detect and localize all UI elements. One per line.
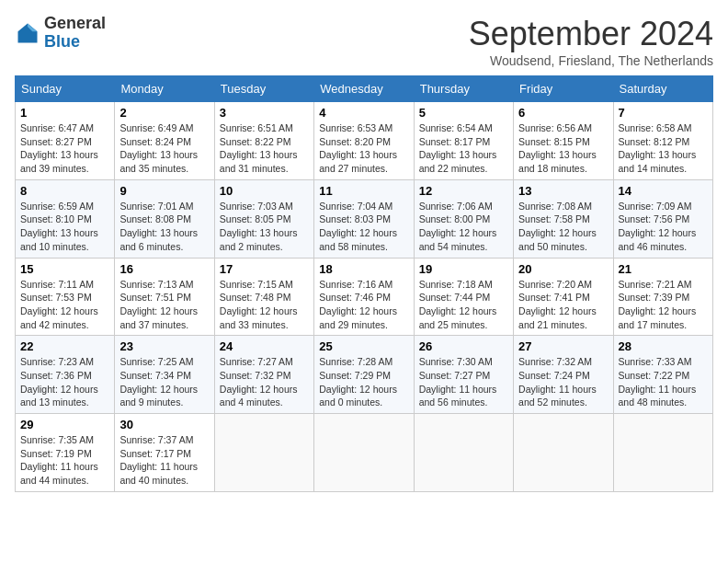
calendar-cell: 30 Sunrise: 7:37 AM Sunset: 7:17 PM Dayl… — [115, 414, 214, 492]
calendar-cell: 18 Sunrise: 7:16 AM Sunset: 7:46 PM Dayl… — [314, 258, 414, 336]
calendar-cell: 17 Sunrise: 7:15 AM Sunset: 7:48 PM Dayl… — [214, 258, 313, 336]
calendar-cell: 3 Sunrise: 6:51 AM Sunset: 8:22 PM Dayli… — [214, 102, 313, 180]
day-number: 5 — [419, 106, 508, 120]
calendar-cell: 7 Sunrise: 6:58 AM Sunset: 8:12 PM Dayli… — [613, 102, 712, 180]
day-number: 22 — [20, 339, 109, 353]
logo-general-text: General — [44, 14, 106, 32]
calendar-cell: 21 Sunrise: 7:21 AM Sunset: 7:39 PM Dayl… — [613, 258, 712, 336]
calendar-cell: 9 Sunrise: 7:01 AM Sunset: 8:08 PM Dayli… — [115, 179, 214, 258]
day-info: Sunrise: 7:20 AM Sunset: 7:41 PM Dayligh… — [518, 278, 608, 332]
day-info: Sunrise: 7:25 AM Sunset: 7:34 PM Dayligh… — [119, 355, 209, 409]
day-info: Sunrise: 7:06 AM Sunset: 8:00 PM Dayligh… — [419, 200, 508, 254]
calendar-cell — [613, 414, 712, 492]
day-info: Sunrise: 7:37 AM Sunset: 7:17 PM Dayligh… — [119, 433, 209, 488]
day-number: 30 — [119, 418, 209, 431]
calendar-cell: 14 Sunrise: 7:09 AM Sunset: 7:56 PM Dayl… — [613, 179, 712, 258]
weekday-header: Monday — [115, 76, 214, 102]
calendar-cell: 20 Sunrise: 7:20 AM Sunset: 7:41 PM Dayl… — [514, 258, 613, 336]
calendar-cell: 11 Sunrise: 7:04 AM Sunset: 8:03 PM Dayl… — [314, 179, 414, 258]
weekday-header-row: SundayMondayTuesdayWednesdayThursdayFrid… — [16, 76, 713, 102]
calendar-week-row: 29 Sunrise: 7:35 AM Sunset: 7:19 PM Dayl… — [16, 414, 713, 492]
calendar-cell: 8 Sunrise: 6:59 AM Sunset: 8:10 PM Dayli… — [16, 179, 115, 258]
day-info: Sunrise: 7:01 AM Sunset: 8:08 PM Dayligh… — [119, 200, 209, 254]
day-info: Sunrise: 7:23 AM Sunset: 7:36 PM Dayligh… — [20, 355, 109, 409]
day-number: 4 — [319, 106, 408, 120]
day-info: Sunrise: 7:32 AM Sunset: 7:24 PM Dayligh… — [518, 355, 608, 409]
day-info: Sunrise: 6:58 AM Sunset: 8:12 PM Dayligh… — [619, 121, 708, 176]
day-number: 18 — [319, 262, 408, 276]
day-number: 2 — [119, 106, 209, 120]
logo: General Blue — [15, 15, 106, 52]
day-info: Sunrise: 7:28 AM Sunset: 7:29 PM Dayligh… — [319, 355, 408, 409]
day-number: 12 — [419, 184, 508, 198]
day-info: Sunrise: 7:16 AM Sunset: 7:46 PM Dayligh… — [319, 278, 408, 332]
calendar-cell: 25 Sunrise: 7:28 AM Sunset: 7:29 PM Dayl… — [314, 336, 414, 414]
page-header: General Blue September 2024 Woudsend, Fr… — [15, 15, 713, 68]
day-info: Sunrise: 7:33 AM Sunset: 7:22 PM Dayligh… — [619, 355, 708, 409]
day-number: 29 — [20, 418, 109, 431]
calendar-cell: 15 Sunrise: 7:11 AM Sunset: 7:53 PM Dayl… — [16, 258, 115, 336]
day-number: 15 — [20, 262, 109, 276]
day-info: Sunrise: 7:03 AM Sunset: 8:05 PM Dayligh… — [220, 200, 309, 254]
day-number: 11 — [319, 184, 408, 198]
calendar-cell — [314, 414, 414, 492]
day-info: Sunrise: 6:59 AM Sunset: 8:10 PM Dayligh… — [20, 200, 109, 254]
day-number: 19 — [419, 262, 508, 276]
calendar-cell: 28 Sunrise: 7:33 AM Sunset: 7:22 PM Dayl… — [613, 336, 712, 414]
day-info: Sunrise: 6:49 AM Sunset: 8:24 PM Dayligh… — [119, 121, 209, 176]
day-number: 28 — [619, 339, 708, 353]
day-info: Sunrise: 6:56 AM Sunset: 8:15 PM Dayligh… — [518, 121, 608, 176]
day-info: Sunrise: 6:47 AM Sunset: 8:27 PM Dayligh… — [20, 121, 109, 176]
day-info: Sunrise: 7:13 AM Sunset: 7:51 PM Dayligh… — [119, 278, 209, 332]
calendar-cell: 12 Sunrise: 7:06 AM Sunset: 8:00 PM Dayl… — [414, 179, 513, 258]
calendar-cell: 5 Sunrise: 6:54 AM Sunset: 8:17 PM Dayli… — [414, 102, 513, 180]
calendar-cell: 4 Sunrise: 6:53 AM Sunset: 8:20 PM Dayli… — [314, 102, 414, 180]
day-number: 25 — [319, 339, 408, 353]
day-info: Sunrise: 7:08 AM Sunset: 7:58 PM Dayligh… — [518, 200, 608, 254]
day-info: Sunrise: 7:27 AM Sunset: 7:32 PM Dayligh… — [220, 355, 309, 409]
day-number: 20 — [518, 262, 608, 276]
calendar-week-row: 22 Sunrise: 7:23 AM Sunset: 7:36 PM Dayl… — [16, 336, 713, 414]
calendar-cell: 10 Sunrise: 7:03 AM Sunset: 8:05 PM Dayl… — [214, 179, 313, 258]
day-info: Sunrise: 7:09 AM Sunset: 7:56 PM Dayligh… — [619, 200, 708, 254]
calendar-week-row: 15 Sunrise: 7:11 AM Sunset: 7:53 PM Dayl… — [16, 258, 713, 336]
day-number: 17 — [220, 262, 309, 276]
day-info: Sunrise: 6:51 AM Sunset: 8:22 PM Dayligh… — [220, 121, 309, 176]
day-number: 1 — [20, 106, 109, 120]
day-info: Sunrise: 7:35 AM Sunset: 7:19 PM Dayligh… — [20, 433, 109, 488]
day-number: 10 — [220, 184, 309, 198]
calendar-cell — [214, 414, 313, 492]
weekday-header: Tuesday — [214, 76, 313, 102]
day-info: Sunrise: 6:54 AM Sunset: 8:17 PM Dayligh… — [419, 121, 508, 176]
calendar-cell: 26 Sunrise: 7:30 AM Sunset: 7:27 PM Dayl… — [414, 336, 513, 414]
calendar-cell: 6 Sunrise: 6:56 AM Sunset: 8:15 PM Dayli… — [514, 102, 613, 180]
day-number: 8 — [20, 184, 109, 198]
calendar-cell — [414, 414, 513, 492]
calendar-table: SundayMondayTuesdayWednesdayThursdayFrid… — [15, 75, 713, 492]
logo-icon — [15, 20, 40, 46]
calendar-cell: 24 Sunrise: 7:27 AM Sunset: 7:32 PM Dayl… — [214, 336, 313, 414]
day-number: 16 — [119, 262, 209, 276]
calendar-week-row: 1 Sunrise: 6:47 AM Sunset: 8:27 PM Dayli… — [16, 102, 713, 180]
calendar-week-row: 8 Sunrise: 6:59 AM Sunset: 8:10 PM Dayli… — [16, 179, 713, 258]
weekday-header: Friday — [514, 76, 613, 102]
day-number: 21 — [619, 262, 708, 276]
day-number: 14 — [619, 184, 708, 198]
day-info: Sunrise: 7:04 AM Sunset: 8:03 PM Dayligh… — [319, 200, 408, 254]
day-info: Sunrise: 6:53 AM Sunset: 8:20 PM Dayligh… — [319, 121, 408, 176]
calendar-cell: 23 Sunrise: 7:25 AM Sunset: 7:34 PM Dayl… — [115, 336, 214, 414]
day-number: 23 — [119, 339, 209, 353]
day-info: Sunrise: 7:30 AM Sunset: 7:27 PM Dayligh… — [419, 355, 508, 409]
title-block: September 2024 Woudsend, Friesland, The … — [469, 15, 713, 68]
calendar-cell: 2 Sunrise: 6:49 AM Sunset: 8:24 PM Dayli… — [115, 102, 214, 180]
day-number: 9 — [119, 184, 209, 198]
weekday-header: Wednesday — [314, 76, 414, 102]
day-number: 6 — [518, 106, 608, 120]
month-title: September 2024 — [469, 15, 713, 53]
day-number: 13 — [518, 184, 608, 198]
day-number: 26 — [419, 339, 508, 353]
day-number: 3 — [220, 106, 309, 120]
day-info: Sunrise: 7:18 AM Sunset: 7:44 PM Dayligh… — [419, 278, 508, 332]
calendar-cell: 13 Sunrise: 7:08 AM Sunset: 7:58 PM Dayl… — [514, 179, 613, 258]
day-info: Sunrise: 7:21 AM Sunset: 7:39 PM Dayligh… — [619, 278, 708, 332]
